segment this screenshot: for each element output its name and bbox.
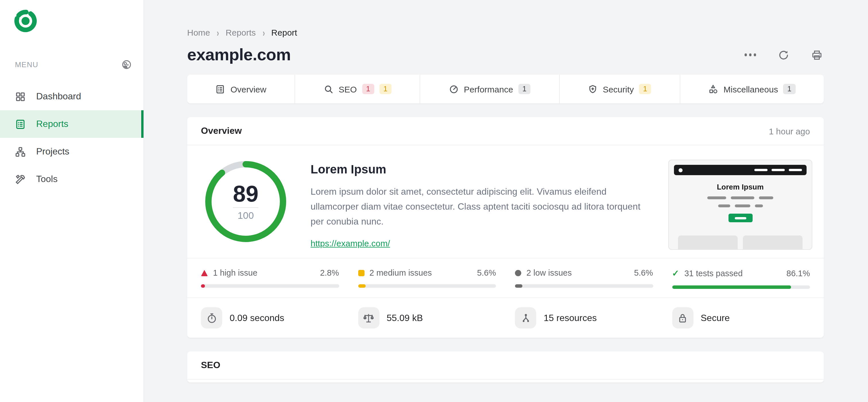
- high-issue-badge: 1: [362, 84, 374, 94]
- sidebar-item-label: Dashboard: [36, 91, 81, 102]
- overview-section-title: Overview: [201, 126, 242, 136]
- sidebar-item-reports[interactable]: Reports: [0, 110, 144, 138]
- score-value: 89: [233, 182, 259, 205]
- seo-card-body: [187, 380, 824, 382]
- score-max: 100: [238, 210, 254, 221]
- thumbnail-cards: [669, 236, 812, 249]
- stat-label: 55.09 kB: [386, 313, 423, 323]
- issue-label: 2 medium issues: [369, 268, 432, 277]
- more-options-button[interactable]: [743, 53, 757, 57]
- thumbnail-text-line: [669, 196, 812, 199]
- speedometer-icon: [449, 84, 459, 94]
- tab-label: Miscellaneous: [724, 84, 778, 94]
- breadcrumb-home[interactable]: Home: [187, 28, 210, 37]
- sidebar-item-tools[interactable]: Tools: [0, 165, 144, 193]
- issue-stat-low: 2 low issues 5.6%: [515, 268, 653, 289]
- tab-security[interactable]: Security 1: [559, 75, 680, 103]
- medium-issue-badge: 1: [379, 84, 392, 94]
- issue-stat-passed: ✓ 31 tests passed 86.1%: [672, 268, 810, 289]
- tab-performance[interactable]: Performance 1: [421, 75, 559, 103]
- thumbnail-dot: [679, 168, 683, 172]
- issue-stat-high: 1 high issue 2.8%: [201, 268, 339, 289]
- chevron-right-icon: ›: [262, 27, 265, 38]
- issue-count-badge: 1: [518, 84, 530, 94]
- thumbnail-button: [728, 214, 752, 222]
- overview-card: Overview 1 hour ago 89 100: [187, 117, 824, 338]
- list-icon: [216, 84, 225, 94]
- scale-icon: [363, 312, 374, 323]
- sitemap-icon: [15, 146, 26, 157]
- shapes-icon: [709, 84, 718, 94]
- sidebar-item-projects[interactable]: Projects: [0, 138, 144, 165]
- lock-icon: [677, 312, 688, 323]
- site-description: Lorem ipsum dolor sit amet, consectetur …: [311, 184, 650, 229]
- app-screen: MENU Dashboard: [0, 0, 868, 402]
- tools-icon: [15, 174, 26, 185]
- stopwatch-icon: [206, 312, 217, 323]
- report-timestamp: 1 hour ago: [769, 126, 810, 136]
- tab-overview[interactable]: Overview: [187, 75, 296, 103]
- site-link[interactable]: https://example.com/: [311, 238, 390, 248]
- search-icon: [324, 84, 334, 94]
- thumbnail-text-line: [669, 205, 812, 207]
- score-gauge: 89 100: [204, 160, 288, 244]
- print-button[interactable]: [810, 48, 824, 62]
- sidebar-item-label: Tools: [36, 174, 58, 184]
- high-severity-icon: [201, 270, 208, 276]
- sidebar-item-label: Projects: [36, 147, 69, 157]
- breadcrumb-reports[interactable]: Reports: [226, 28, 256, 37]
- ellipsis-icon: [744, 54, 756, 56]
- thumbnail-title: Lorem Ipsum: [669, 183, 812, 191]
- issue-count-badge: 1: [783, 84, 795, 94]
- seo-section-title: SEO: [201, 360, 220, 370]
- sidebar-item-dashboard[interactable]: Dashboard: [0, 83, 144, 110]
- tab-seo[interactable]: SEO 1 1: [296, 75, 421, 103]
- printer-icon: [811, 49, 823, 61]
- medium-issue-badge: 1: [639, 84, 651, 94]
- sidebar-item-label: Reports: [36, 119, 68, 129]
- medium-severity-icon: [358, 270, 364, 276]
- shield-icon: [588, 84, 598, 94]
- tab-miscellaneous[interactable]: Miscellaneous 1: [680, 75, 824, 103]
- check-icon: ✓: [672, 268, 679, 279]
- grid-icon: [15, 91, 26, 102]
- stat-resources: 15 resources: [515, 307, 653, 329]
- breadcrumb-report: Report: [271, 28, 297, 37]
- issue-percent: 2.8%: [320, 268, 339, 277]
- tab-label: Overview: [230, 84, 267, 94]
- menu-section-label: MENU: [15, 60, 38, 69]
- issue-stat-medium: 2 medium issues 5.6%: [358, 268, 496, 289]
- cookie-icon[interactable]: [121, 59, 132, 70]
- stat-label: 0.09 seconds: [229, 313, 284, 323]
- stat-label: Secure: [701, 313, 730, 323]
- issue-percent: 86.1%: [786, 269, 810, 278]
- page-title: example.com: [187, 45, 291, 64]
- sidebar-nav: Dashboard Reports Projects: [0, 83, 144, 193]
- issue-progress-fill: [515, 284, 523, 288]
- app-logo[interactable]: [0, 0, 144, 35]
- low-severity-icon: [515, 270, 521, 276]
- report-list-icon: [15, 119, 26, 129]
- tab-label: SEO: [339, 84, 357, 94]
- site-heading: Lorem Ipsum: [311, 162, 668, 176]
- stat-security: Secure: [672, 307, 810, 329]
- breadcrumb: Home › Reports › Report: [187, 28, 824, 37]
- stat-label: 15 resources: [544, 313, 597, 323]
- issue-progress-fill: [358, 284, 366, 288]
- thumbnail-nav-links: [754, 169, 802, 171]
- score-divider: [233, 207, 258, 208]
- sidebar: MENU Dashboard: [0, 0, 144, 402]
- seo-card: SEO: [187, 351, 824, 382]
- refresh-button[interactable]: [777, 48, 790, 62]
- thumbnail-browser-bar: [674, 165, 807, 175]
- issue-label: 31 tests passed: [684, 269, 743, 278]
- report-tabs: Overview SEO 1 1 Performance: [187, 75, 824, 103]
- stat-load-time: 0.09 seconds: [201, 307, 339, 329]
- stat-page-size: 55.09 kB: [358, 307, 496, 329]
- chevron-right-icon: ›: [217, 27, 219, 38]
- quick-stats: 0.09 seconds 55.09 kB: [187, 298, 824, 338]
- issue-progress-fill: [201, 284, 205, 288]
- tab-label: Security: [603, 84, 634, 94]
- issues-summary: 1 high issue 2.8% 2 medium issues 5.6%: [187, 258, 824, 298]
- refresh-icon: [778, 49, 789, 61]
